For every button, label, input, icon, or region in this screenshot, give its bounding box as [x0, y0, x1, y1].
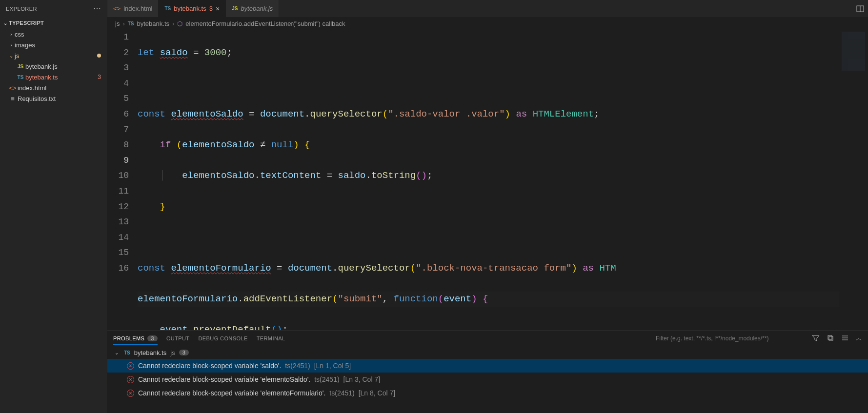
section-header[interactable]: ⌄ TYPESCRIPT: [0, 17, 107, 29]
explorer-sidebar: EXPLORER ⋯ ⌄ TYPESCRIPT › css › images ⌄…: [0, 0, 107, 413]
breadcrumb[interactable]: js › TS bytebank.ts › ⬡ elementoFormular…: [107, 17, 868, 30]
tab-bytebank-ts[interactable]: TS bytebank.ts 3 ×: [159, 0, 226, 17]
editor-area: <> index.html TS bytebank.ts 3 × JS byte…: [107, 0, 868, 413]
tab-problems[interactable]: PROBLEMS 3: [113, 333, 158, 345]
file-tree: › css › images ⌄ js JS bytebank.js TS by…: [0, 29, 107, 413]
bottom-panel: PROBLEMS 3 OUTPUT DEBUG CONSOLE TERMINAL…: [107, 330, 868, 413]
html-file-icon: <>: [8, 84, 18, 92]
svg-rect-2: [828, 335, 832, 339]
problem-message: Cannot redeclare block-scoped variable '…: [138, 375, 310, 383]
breadcrumb-folder[interactable]: js: [115, 20, 120, 27]
section-title: TYPESCRIPT: [9, 20, 44, 26]
breadcrumb-file[interactable]: bytebank.ts: [137, 20, 170, 27]
html-file-icon: <>: [113, 5, 121, 12]
svg-rect-3: [829, 336, 833, 340]
problem-location: [Ln 3, Col 7]: [343, 375, 381, 383]
chevron-down-icon: ⌄: [113, 350, 120, 355]
error-count-badge: 3: [98, 74, 101, 80]
problems-file-group[interactable]: ⌄ TS bytebank.ts js 3: [107, 346, 868, 359]
problem-location: [Ln 8, Col 7]: [359, 389, 396, 397]
collapse-all-icon[interactable]: [827, 334, 834, 343]
code-editor[interactable]: 12345678910111213141516 let saldo = 3000…: [107, 30, 868, 330]
chevron-up-icon[interactable]: ︿: [856, 334, 862, 343]
problem-item[interactable]: × Cannot redeclare block-scoped variable…: [107, 359, 868, 373]
tab-bar: <> index.html TS bytebank.ts 3 × JS byte…: [107, 0, 868, 17]
breadcrumb-symbol[interactable]: elementoFormulario.addEventListener("sub…: [185, 20, 345, 27]
more-actions-icon[interactable]: ⋯: [93, 4, 101, 13]
js-file-icon: JS: [16, 64, 25, 69]
ts-file-icon: TS: [164, 6, 171, 11]
chevron-right-icon: ›: [122, 20, 124, 27]
problems-filter-input[interactable]: [652, 333, 803, 344]
problem-code: ts(2451): [285, 362, 310, 370]
problem-code: ts(2451): [314, 375, 339, 383]
code-content[interactable]: let saldo = 3000; const elementoSaldo = …: [138, 30, 839, 330]
problems-file-name: bytebank.ts: [134, 349, 167, 356]
tab-output[interactable]: OUTPUT: [166, 333, 190, 344]
minimap[interactable]: [839, 30, 868, 330]
tab-bytebank-js[interactable]: JS bytebank.js: [226, 0, 279, 17]
problem-item[interactable]: × Cannot redeclare block-scoped variable…: [107, 386, 868, 400]
tab-error-count: 3: [209, 5, 213, 12]
txt-file-icon: ≡: [8, 95, 18, 102]
problem-message: Cannot redeclare block-scoped variable '…: [138, 362, 281, 370]
view-as-list-icon[interactable]: [841, 334, 849, 343]
editor-actions: [852, 0, 868, 17]
folder-js[interactable]: ⌄ js: [0, 50, 107, 61]
problem-item[interactable]: × Cannot redeclare block-scoped variable…: [107, 373, 868, 386]
folder-css[interactable]: › css: [0, 29, 107, 39]
tab-index-html[interactable]: <> index.html: [107, 0, 159, 17]
method-icon: ⬡: [177, 20, 182, 27]
error-icon: ×: [127, 376, 134, 383]
ts-file-icon: TS: [16, 75, 25, 80]
file-bytebank-js[interactable]: JS bytebank.js: [0, 61, 107, 72]
problem-message: Cannot redeclare block-scoped variable '…: [138, 389, 325, 397]
ts-file-icon: TS: [128, 21, 134, 26]
problem-location: [Ln 1, Col 5]: [314, 362, 351, 370]
folder-images[interactable]: › images: [0, 39, 107, 50]
chevron-right-icon: ›: [8, 42, 15, 48]
line-gutter: 12345678910111213141516: [107, 30, 138, 330]
problems-list: ⌄ TS bytebank.ts js 3 × Cannot redeclare…: [107, 346, 868, 413]
chevron-right-icon: ›: [8, 32, 15, 37]
file-problems-count: 3: [179, 350, 189, 355]
modified-dot-icon: [97, 54, 101, 58]
explorer-header: EXPLORER ⋯: [0, 0, 107, 17]
chevron-down-icon: ⌄: [2, 20, 9, 26]
ts-file-icon: TS: [124, 350, 130, 355]
error-icon: ×: [127, 390, 134, 397]
panel-tabs: PROBLEMS 3 OUTPUT DEBUG CONSOLE TERMINAL…: [107, 331, 868, 346]
problem-code: ts(2451): [329, 389, 354, 397]
error-icon: ×: [127, 362, 134, 370]
file-index-html[interactable]: <> index.html: [0, 82, 107, 93]
tab-terminal[interactable]: TERMINAL: [257, 333, 285, 344]
close-icon[interactable]: ×: [216, 5, 220, 13]
tab-debug-console[interactable]: DEBUG CONSOLE: [199, 333, 248, 344]
problems-count-badge: 3: [147, 335, 158, 341]
js-file-icon: JS: [232, 6, 238, 11]
file-requisitos-txt[interactable]: ≡ Requisitos.txt: [0, 93, 107, 104]
explorer-title: EXPLORER: [6, 6, 37, 12]
problems-file-path: js: [170, 349, 175, 356]
filter-icon[interactable]: [812, 334, 820, 343]
chevron-right-icon: ›: [172, 20, 174, 27]
chevron-down-icon: ⌄: [8, 53, 15, 59]
split-editor-icon[interactable]: [856, 5, 864, 13]
file-bytebank-ts[interactable]: TS bytebank.ts 3: [0, 72, 107, 82]
